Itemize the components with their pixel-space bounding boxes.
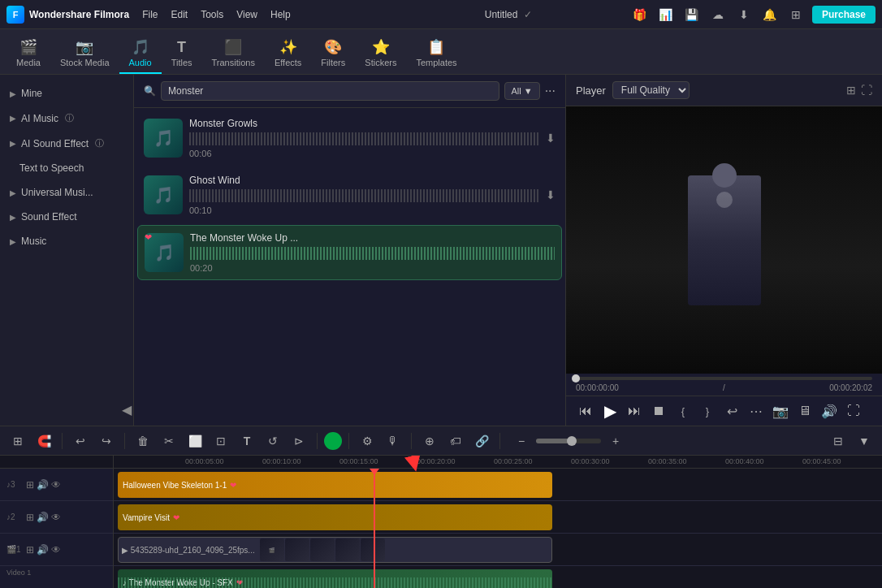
add-track-btn[interactable]: ⊕ — [418, 430, 441, 452]
player-progress-thumb[interactable] — [572, 374, 580, 383]
secondary-screen-btn[interactable]: 🖥 — [795, 401, 815, 421]
snapshot-btn[interactable]: 📷 — [771, 401, 790, 421]
track-clip-vampire[interactable]: Vampire Visit ❤ — [118, 504, 552, 530]
ruler-mark-45: 00:00:45:00 — [802, 457, 841, 465]
track-clip-halloween[interactable]: Halloween Vibe Skeleton 1-1 ❤ — [118, 472, 552, 498]
grid-layout-btn[interactable]: ⊟ — [827, 430, 850, 452]
player-time: 00:00:00:00 / 00:00:20:02 — [576, 383, 872, 392]
menu-tools[interactable]: Tools — [201, 9, 223, 20]
delete-btn[interactable]: 🗑 — [132, 430, 154, 452]
track-eye-icon[interactable]: 👁 — [51, 479, 61, 491]
track-eye-icon[interactable]: 👁 — [51, 544, 61, 556]
purchase-button[interactable]: Purchase — [812, 6, 876, 24]
tab-audio[interactable]: 🎵 Audio — [119, 33, 162, 74]
stop-btn[interactable]: ⏹ — [649, 401, 668, 421]
zoom-in-btn[interactable]: + — [604, 430, 627, 452]
sidebar-item-ai-music[interactable]: ▶ AI Music ⓘ — [0, 106, 133, 131]
track-clip-video[interactable]: ▶ 5435289-uhd_2160_4096_25fps... 🎬 — [118, 537, 552, 563]
notification-icon[interactable]: 🔔 — [760, 5, 780, 24]
ruler-mark-20: 00:00:20:00 — [417, 457, 456, 465]
sidebar-item-music[interactable]: ▶ Music — [0, 229, 133, 253]
skip-back-btn[interactable]: ⏮ — [576, 401, 595, 421]
cut-btn[interactable]: ✂ — [158, 430, 180, 452]
more-ctrl-btn[interactable]: ⋯ — [746, 401, 766, 421]
rotate-btn[interactable]: ↺ — [262, 430, 284, 452]
tab-stickers[interactable]: ⭐ Stickers — [355, 33, 406, 74]
filter-dropdown[interactable]: All ▼ — [504, 82, 540, 100]
split-btn[interactable]: ⬜ — [184, 430, 206, 452]
sidebar-item-sound-effect[interactable]: ▶ Sound Effect — [0, 205, 133, 229]
undo-btn[interactable]: ↩ — [69, 430, 92, 452]
audio-item-ghost-wind[interactable]: 🎵 Ghost Wind 00:10 ⬇ — [137, 168, 562, 222]
fullscreen-btn[interactable]: ⛶ — [844, 401, 863, 421]
skip-forward-btn[interactable]: ⏭ — [625, 401, 644, 421]
track-audio-icon[interactable]: 🔊 — [37, 544, 49, 556]
tag-btn[interactable]: 🏷 — [444, 430, 467, 452]
track-audio-icon[interactable]: 🔊 — [37, 479, 49, 491]
download-icon[interactable]: ⬇ — [546, 188, 556, 201]
crop-btn[interactable]: ⊡ — [210, 430, 232, 452]
sidebar-item-universal-music[interactable]: ▶ Universal Musi... — [0, 180, 133, 205]
player-progress-bar[interactable] — [576, 377, 872, 380]
insert-btn[interactable]: ↩ — [722, 401, 741, 421]
gift-icon[interactable]: 🎁 — [630, 5, 650, 24]
track-eye-icon[interactable]: 👁 — [51, 512, 61, 523]
volume-btn[interactable]: 🔊 — [819, 401, 839, 421]
redo-btn[interactable]: ↪ — [95, 430, 118, 452]
track-layer-icon[interactable]: ⊞ — [26, 512, 34, 523]
sidebar-item-text-to-speech[interactable]: Text to Speech — [0, 156, 133, 180]
zoom-slider-thumb[interactable] — [567, 436, 577, 446]
download-icon[interactable]: ⬇ — [734, 5, 754, 24]
snap-btn[interactable]: 🧲 — [32, 430, 55, 452]
more-layout-btn[interactable]: ▼ — [853, 430, 876, 452]
audio-track-btn[interactable]: 🎙 — [382, 430, 404, 452]
mark-in-btn[interactable]: { — [673, 401, 693, 421]
expand-icon[interactable]: ⛶ — [861, 84, 872, 97]
track-label-video1: 🎬1 ⊞ 🔊 👁 — [0, 534, 113, 566]
clip-label: Halloween Vibe Skeleton 1-1 — [123, 481, 227, 490]
tab-media[interactable]: 🎬 Media — [6, 33, 50, 74]
menu-view[interactable]: View — [236, 9, 257, 20]
video-subject — [688, 175, 761, 305]
tab-filters[interactable]: 🎨 Filters — [311, 33, 355, 74]
layout-btn[interactable]: ⊞ — [6, 430, 29, 452]
zoom-slider[interactable] — [536, 439, 601, 443]
track-layer-icon[interactable]: ⊞ — [26, 544, 34, 556]
download-icon[interactable]: ⬇ — [546, 132, 556, 145]
grid-icon[interactable]: ⊞ — [786, 5, 806, 24]
sidebar-collapse-btn[interactable]: ◀ — [122, 402, 132, 417]
record-btn[interactable] — [324, 432, 342, 450]
audio-item-monster-growls[interactable]: 🎵 Monster Growls 00:06 ⬇ — [137, 111, 562, 165]
chevron-icon: ▶ — [10, 188, 16, 197]
settings-btn[interactable]: ⚙ — [356, 430, 378, 452]
menu-edit[interactable]: Edit — [171, 9, 188, 20]
tab-templates[interactable]: 📋 Templates — [406, 33, 466, 74]
link-btn[interactable]: 🔗 — [470, 430, 493, 452]
tab-stock-media[interactable]: 📷 Stock Media — [50, 33, 119, 74]
track-clip-monster-sfx[interactable]: ♪ The Monster Woke Up - SFX ❤ — [118, 569, 552, 588]
track-label-audio1: ♪1 ⊞ 🔊 — [0, 579, 113, 588]
analytics-icon[interactable]: 📊 — [656, 5, 676, 24]
sidebar-item-mine[interactable]: ▶ Mine — [0, 81, 133, 106]
export-icon[interactable]: ☁ — [708, 5, 728, 24]
menu-file[interactable]: File — [142, 9, 158, 20]
text-btn[interactable]: T — [236, 430, 258, 452]
playhead[interactable] — [374, 469, 375, 588]
menu-help[interactable]: Help — [270, 9, 291, 20]
grid-view-icon[interactable]: ⊞ — [846, 84, 856, 97]
audio-item-monster-woke-up[interactable]: 🎵 ❤ The Monster Woke Up ... 00:20 — [137, 225, 562, 280]
track-audio-icon[interactable]: 🔊 — [37, 512, 49, 523]
sidebar-item-ai-sound-effect[interactable]: ▶ AI Sound Effect ⓘ — [0, 131, 133, 156]
play-btn[interactable]: ▶ — [600, 401, 620, 421]
search-input[interactable] — [161, 81, 499, 101]
mark-out-btn[interactable]: } — [698, 401, 717, 421]
tab-effects[interactable]: ✨ Effects — [265, 33, 311, 74]
zoom-out-btn[interactable]: − — [510, 430, 533, 452]
speed-btn[interactable]: ⊳ — [288, 430, 310, 452]
quality-select[interactable]: Full Quality 1/2 Quality 1/4 Quality — [612, 81, 690, 99]
save-icon[interactable]: 💾 — [682, 5, 702, 24]
more-options-btn[interactable]: ··· — [545, 84, 556, 98]
tab-transitions[interactable]: ⬛ Transitions — [202, 33, 265, 74]
tab-titles[interactable]: T Titles — [162, 34, 202, 74]
track-layer-icon[interactable]: ⊞ — [26, 479, 34, 491]
